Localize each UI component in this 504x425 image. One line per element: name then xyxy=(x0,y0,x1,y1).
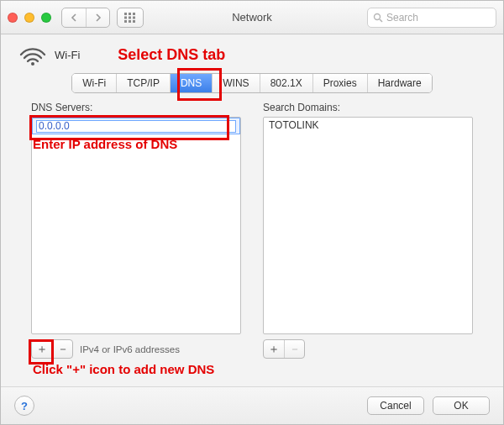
connection-header: Wi-Fi Select DNS tab xyxy=(18,43,486,66)
svg-rect-6 xyxy=(124,20,127,23)
annotation-select-dns: Select DNS tab xyxy=(118,46,225,64)
dns-servers-label: DNS Servers: xyxy=(31,102,241,113)
tab-wins[interactable]: WINS xyxy=(212,74,259,92)
svg-rect-2 xyxy=(133,13,135,15)
ok-button[interactable]: OK xyxy=(433,396,490,415)
search-domains-add-remove-bar: ＋ － xyxy=(263,339,473,359)
search-input[interactable]: Search xyxy=(367,8,496,28)
dns-plus-minus-group: ＋ － xyxy=(31,339,73,359)
annotation-click-plus: Click "+" icon to add new DNS xyxy=(33,362,214,376)
titlebar: Network Search xyxy=(1,1,503,34)
tab-hardware[interactable]: Hardware xyxy=(367,74,432,92)
zoom-window-icon[interactable] xyxy=(41,13,51,23)
traffic-lights xyxy=(8,13,51,23)
tab-proxies[interactable]: Proxies xyxy=(312,74,367,92)
network-preferences-window: Network Search Wi-Fi Select DNS tab Wi-F… xyxy=(0,0,504,425)
tab-tcpip[interactable]: TCP/IP xyxy=(116,74,170,92)
search-icon xyxy=(373,13,383,23)
tab-8021x[interactable]: 802.1X xyxy=(260,74,312,92)
dns-server-row-editing[interactable] xyxy=(32,118,240,134)
svg-point-9 xyxy=(375,13,381,19)
svg-rect-0 xyxy=(124,13,127,15)
svg-line-10 xyxy=(380,19,382,22)
search-domains-list[interactable]: TOTOLINK xyxy=(263,117,473,334)
close-window-icon[interactable] xyxy=(8,13,18,23)
annotation-enter-ip: Enter IP address of DNS xyxy=(33,137,177,151)
search-domains-plus-minus-group: ＋ － xyxy=(263,339,305,359)
minimize-window-icon[interactable] xyxy=(24,13,34,23)
chevron-right-icon xyxy=(94,13,102,22)
svg-rect-5 xyxy=(133,16,135,18)
tab-wifi[interactable]: Wi-Fi xyxy=(72,74,116,92)
svg-point-11 xyxy=(31,62,34,66)
grid-icon xyxy=(124,13,136,23)
cancel-button[interactable]: Cancel xyxy=(367,396,424,415)
back-button[interactable] xyxy=(62,8,86,27)
svg-rect-7 xyxy=(129,20,131,23)
dns-server-input[interactable] xyxy=(36,120,236,133)
search-domains-column: Search Domains: TOTOLINK ＋ － xyxy=(263,102,473,359)
dns-remove-button[interactable]: － xyxy=(52,340,72,358)
footer: ? Cancel OK xyxy=(1,386,503,424)
connection-name: Wi-Fi xyxy=(55,49,80,61)
nav-back-forward xyxy=(61,8,110,28)
search-placeholder: Search xyxy=(386,12,418,24)
dns-add-button[interactable]: ＋ xyxy=(32,340,52,358)
svg-rect-8 xyxy=(133,20,135,23)
show-all-button[interactable] xyxy=(117,8,144,28)
dns-hint: IPv4 or IPv6 addresses xyxy=(80,344,180,354)
search-domain-row[interactable]: TOTOLINK xyxy=(264,118,472,133)
tab-bar-container: Wi-Fi TCP/IP DNS WINS 802.1X Proxies Har… xyxy=(1,73,503,93)
svg-rect-1 xyxy=(129,13,131,15)
help-button[interactable]: ? xyxy=(14,396,34,416)
svg-rect-3 xyxy=(124,16,127,18)
search-domain-add-button[interactable]: ＋ xyxy=(264,340,284,358)
svg-rect-4 xyxy=(129,16,131,18)
tab-bar: Wi-Fi TCP/IP DNS WINS 802.1X Proxies Har… xyxy=(71,73,432,93)
dns-add-remove-bar: ＋ － IPv4 or IPv6 addresses xyxy=(31,339,241,359)
wifi-icon xyxy=(18,43,48,66)
tab-dns[interactable]: DNS xyxy=(170,74,212,92)
chevron-left-icon xyxy=(71,13,78,22)
search-domain-remove-button[interactable]: － xyxy=(284,340,304,358)
forward-button[interactable] xyxy=(86,8,109,27)
search-domains-label: Search Domains: xyxy=(263,102,473,113)
